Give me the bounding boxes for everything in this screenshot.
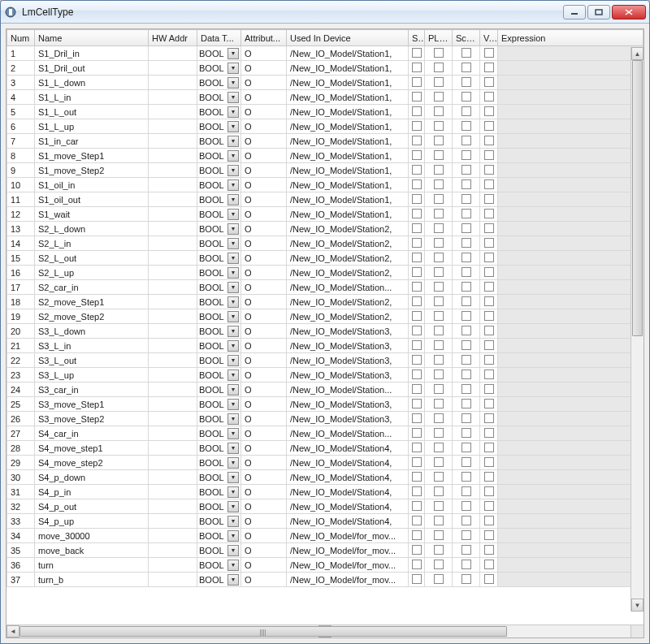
cell-num[interactable]: 29	[7, 456, 35, 470]
checkbox-icon[interactable]	[484, 560, 494, 569]
cell-num[interactable]: 28	[7, 441, 35, 456]
checkbox-icon[interactable]	[434, 267, 444, 277]
cell-s-checkbox[interactable]	[409, 339, 425, 353]
cell-num[interactable]: 23	[7, 368, 35, 383]
cell-hw[interactable]	[149, 266, 197, 280]
cell-hw[interactable]	[149, 397, 197, 412]
cell-scri-checkbox[interactable]	[453, 295, 480, 309]
cell-expression[interactable]	[498, 61, 644, 76]
cell-v-checkbox[interactable]	[480, 105, 498, 119]
cell-datatype[interactable]: BOOL▼	[197, 251, 241, 266]
checkbox-icon[interactable]	[412, 165, 422, 175]
cell-scri-checkbox[interactable]	[453, 149, 480, 163]
dropdown-button[interactable]: ▼	[228, 165, 239, 176]
col-header-plc[interactable]: PLC ...	[425, 30, 453, 46]
checkbox-icon[interactable]	[462, 63, 471, 72]
checkbox-icon[interactable]	[412, 428, 422, 438]
checkbox-icon[interactable]	[412, 121, 422, 131]
cell-scri-checkbox[interactable]	[453, 280, 480, 295]
checkbox-icon[interactable]	[462, 399, 471, 408]
checkbox-icon[interactable]	[484, 428, 494, 438]
col-header-expr[interactable]: Expression	[498, 30, 644, 46]
cell-s-checkbox[interactable]	[409, 76, 425, 90]
checkbox-icon[interactable]	[484, 238, 494, 248]
dropdown-button[interactable]: ▼	[228, 530, 239, 542]
cell-s-checkbox[interactable]	[409, 543, 425, 558]
dropdown-button[interactable]: ▼	[228, 516, 239, 527]
checkbox-icon[interactable]	[434, 311, 444, 321]
cell-datatype[interactable]: BOOL▼	[197, 441, 241, 456]
cell-s-checkbox[interactable]	[409, 178, 425, 192]
cell-used[interactable]: /New_IO_Model/Station2,	[287, 251, 409, 266]
cell-expression[interactable]	[498, 163, 644, 178]
cell-name[interactable]: S1_L_up	[35, 119, 149, 134]
cell-datatype[interactable]: BOOL▼	[197, 90, 241, 105]
col-header-num[interactable]: Num	[7, 30, 35, 46]
checkbox-icon[interactable]	[412, 136, 422, 145]
cell-hw[interactable]	[149, 309, 197, 324]
checkbox-icon[interactable]	[462, 311, 471, 321]
cell-name[interactable]: S2_move_Step1	[35, 295, 149, 309]
checkbox-icon[interactable]	[462, 77, 471, 87]
cell-used[interactable]: /New_IO_Model/Station4,	[287, 485, 409, 499]
cell-name[interactable]: S3_move_Step1	[35, 397, 149, 412]
dropdown-button[interactable]: ▼	[228, 472, 239, 483]
table-row[interactable]: 1S1_Dril_inBOOL▼O/New_IO_Model/Station1,	[7, 46, 644, 61]
dropdown-button[interactable]: ▼	[228, 150, 239, 162]
table-row[interactable]: 21S3_L_inBOOL▼O/New_IO_Model/Station3,	[7, 339, 644, 353]
cell-attribute[interactable]: O	[241, 163, 287, 178]
cell-v-checkbox[interactable]	[480, 514, 498, 529]
dropdown-button[interactable]: ▼	[228, 560, 239, 571]
table-row[interactable]: 12S1_waitBOOL▼O/New_IO_Model/Station1,	[7, 207, 644, 222]
cell-expression[interactable]	[498, 280, 644, 295]
cell-name[interactable]: S3_L_up	[35, 368, 149, 383]
checkbox-icon[interactable]	[434, 428, 444, 438]
checkbox-icon[interactable]	[462, 340, 471, 350]
titlebar[interactable]: LmCellType	[1, 1, 649, 24]
dropdown-button[interactable]: ▼	[228, 457, 239, 469]
cell-plc-checkbox[interactable]	[425, 426, 453, 441]
cell-datatype[interactable]: BOOL▼	[197, 134, 241, 149]
cell-s-checkbox[interactable]	[409, 266, 425, 280]
checkbox-icon[interactable]	[434, 457, 444, 467]
dropdown-button[interactable]: ▼	[228, 296, 239, 308]
table-row[interactable]: 30S4_p_downBOOL▼O/New_IO_Model/Station4,	[7, 470, 644, 485]
checkbox-icon[interactable]	[434, 530, 444, 540]
checkbox-icon[interactable]	[462, 560, 471, 569]
cell-num[interactable]: 12	[7, 207, 35, 222]
cell-expression[interactable]	[498, 353, 644, 368]
cell-name[interactable]: S2_L_down	[35, 222, 149, 236]
cell-attribute[interactable]: O	[241, 353, 287, 368]
cell-v-checkbox[interactable]	[480, 163, 498, 178]
cell-v-checkbox[interactable]	[480, 543, 498, 558]
cell-attribute[interactable]: O	[241, 339, 287, 353]
cell-scri-checkbox[interactable]	[453, 134, 480, 149]
cell-name[interactable]: S4_move_step1	[35, 441, 149, 456]
cell-plc-checkbox[interactable]	[425, 266, 453, 280]
checkbox-icon[interactable]	[462, 179, 471, 189]
cell-expression[interactable]	[498, 207, 644, 222]
dropdown-button[interactable]: ▼	[228, 63, 239, 74]
cell-hw[interactable]	[149, 368, 197, 383]
cell-expression[interactable]	[498, 383, 644, 397]
table-row[interactable]: 15S2_L_outBOOL▼O/New_IO_Model/Station2,	[7, 251, 644, 266]
cell-s-checkbox[interactable]	[409, 163, 425, 178]
cell-scri-checkbox[interactable]	[453, 192, 480, 207]
checkbox-icon[interactable]	[484, 106, 494, 116]
cell-used[interactable]: /New_IO_Model/for_mov...	[287, 573, 409, 587]
cell-hw[interactable]	[149, 499, 197, 514]
cell-s-checkbox[interactable]	[409, 426, 425, 441]
cell-name[interactable]: S1_oil_in	[35, 178, 149, 192]
cell-attribute[interactable]: O	[241, 192, 287, 207]
cell-num[interactable]: 22	[7, 353, 35, 368]
checkbox-icon[interactable]	[484, 501, 494, 511]
cell-plc-checkbox[interactable]	[425, 46, 453, 61]
cell-used[interactable]: /New_IO_Model/Station3,	[287, 324, 409, 339]
cell-hw[interactable]	[149, 134, 197, 149]
cell-num[interactable]: 2	[7, 61, 35, 76]
checkbox-icon[interactable]	[434, 326, 444, 335]
cell-attribute[interactable]: O	[241, 207, 287, 222]
cell-scri-checkbox[interactable]	[453, 163, 480, 178]
cell-plc-checkbox[interactable]	[425, 236, 453, 251]
cell-name[interactable]: S3_L_down	[35, 324, 149, 339]
